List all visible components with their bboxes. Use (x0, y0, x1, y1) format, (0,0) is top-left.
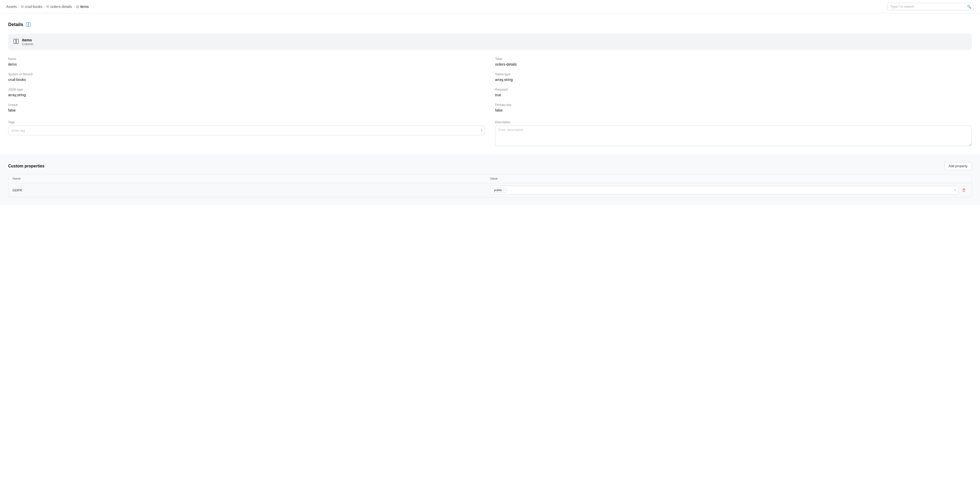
prop-gdpr-tag-input[interactable]: public × ▾ (490, 186, 958, 194)
field-native-type-label: Native type (495, 72, 972, 76)
tags-description-row: Tags ▾ Description (8, 121, 972, 147)
column-icon-breadcrumb: ▤ (76, 5, 79, 8)
prop-tag-text: public (494, 188, 502, 192)
orders-details-label: orders-details (50, 5, 72, 9)
field-required-label: Required (495, 88, 972, 91)
tags-field: Tags ▾ (8, 121, 485, 147)
tags-input[interactable] (8, 126, 485, 135)
field-name: Name items (8, 57, 485, 66)
prop-tag-remove-icon[interactable]: × (503, 189, 504, 192)
svg-rect-3 (16, 39, 18, 44)
tags-input-wrap: ▾ (8, 126, 485, 135)
field-pk-label: Primary key (495, 103, 972, 107)
svg-rect-0 (26, 22, 28, 27)
field-json-type-value: array,string (8, 93, 485, 97)
field-unique-label: Unique (8, 103, 485, 107)
props-col-name: Name (13, 177, 490, 180)
search-input[interactable] (887, 3, 974, 10)
field-native-type-value: array,string (495, 78, 972, 82)
field-required: Required true (495, 88, 972, 97)
column-card-icon (13, 38, 19, 45)
props-table: Name Value GDPR public × ▾ (8, 174, 972, 197)
field-name-label: Name (8, 57, 485, 61)
table-icon-2: ⊞ (46, 5, 49, 8)
fields-grid: Name items Table orders-details System o… (8, 57, 972, 112)
field-primary-key: Primary key false (495, 103, 972, 112)
field-pk-value: false (495, 108, 972, 112)
field-table-value: orders-details (495, 62, 972, 66)
column-card-name: items (22, 38, 33, 42)
field-name-value: items (8, 62, 485, 66)
crud-books-label: crud-books (25, 5, 42, 9)
add-property-button[interactable]: Add property (944, 162, 972, 170)
breadcrumb-sep-3: › (73, 5, 75, 8)
breadcrumb-sep-2: › (44, 5, 45, 8)
tags-label: Tags (8, 121, 485, 124)
breadcrumb-items[interactable]: ▤ items (76, 5, 89, 9)
breadcrumb-crud-books[interactable]: ⊞ crud-books (21, 5, 42, 9)
field-sor-label: System of Record (8, 72, 485, 76)
prop-gdpr-tag: public × (492, 188, 507, 193)
prop-gdpr-value-wrap: public × ▾ (490, 186, 967, 194)
table-row: GDPR public × ▾ (8, 183, 972, 197)
description-field: Description (495, 121, 972, 147)
search-wrap: 🔍 (887, 3, 974, 10)
field-json-type-label: JSON type (8, 88, 485, 91)
column-card-info: items Column (22, 38, 33, 46)
field-unique-value: false (8, 108, 485, 112)
field-table-label: Table (495, 57, 972, 61)
assets-label: Assets (6, 5, 17, 9)
main-content: Details items Column Name items Table (0, 13, 980, 213)
breadcrumb: Assets › ⊞ crud-books › ⊞ orders-details… (6, 5, 89, 9)
breadcrumb-sep-1: › (18, 5, 19, 8)
items-label: items (80, 5, 89, 9)
column-card-type: Column (22, 42, 33, 46)
field-unique: Unique false (8, 103, 485, 112)
field-sor-value: crud-books (8, 78, 485, 82)
breadcrumb-orders-details[interactable]: ⊞ orders-details (46, 5, 72, 9)
field-json-type: JSON type array,string (8, 88, 485, 97)
field-table: Table orders-details (495, 57, 972, 66)
prop-gdpr-delete-button[interactable] (960, 186, 967, 194)
details-title: Details (8, 22, 23, 27)
lower-section: Custom properties Add property Name Valu… (0, 154, 980, 205)
breadcrumb-assets[interactable]: Assets (6, 5, 17, 9)
field-system-of-record: System of Record crud-books (8, 72, 485, 82)
prop-value-chevron-icon: ▾ (955, 189, 956, 192)
column-card: items Column (8, 34, 972, 50)
props-col-value: Value (490, 177, 967, 180)
svg-rect-1 (29, 22, 30, 27)
details-expand-icon[interactable] (25, 21, 32, 27)
field-native-type: Native type array,string (495, 72, 972, 82)
details-header: Details (8, 21, 972, 27)
field-required-value: true (495, 93, 972, 97)
svg-rect-2 (14, 39, 16, 44)
description-label: Description (495, 121, 972, 124)
table-icon-1: ⊞ (21, 5, 24, 8)
prop-gdpr-name: GDPR (13, 188, 490, 192)
props-table-header: Name Value (8, 174, 972, 183)
topbar: Assets › ⊞ crud-books › ⊞ orders-details… (0, 0, 980, 13)
description-textarea[interactable] (495, 126, 972, 146)
custom-props-title: Custom properties (8, 164, 45, 169)
custom-props-header: Custom properties Add property (8, 162, 972, 170)
